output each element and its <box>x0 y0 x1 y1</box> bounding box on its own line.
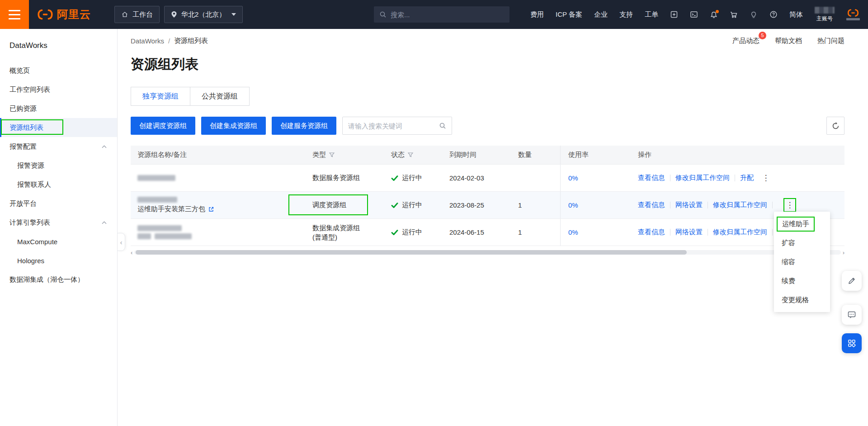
sidebar-item-workspaces[interactable]: 工作空间列表 <box>0 80 117 99</box>
nav-support[interactable]: 支持 <box>619 10 633 19</box>
location-pin-icon <box>171 11 177 18</box>
table-search[interactable] <box>342 117 452 135</box>
sidebar-item-label: 概览页 <box>9 66 30 75</box>
alibaba-cloud-logo[interactable]: 阿里云 <box>37 7 91 22</box>
action-upgrade[interactable]: 升配 <box>740 174 754 182</box>
more-actions-button[interactable]: ⋮ <box>760 171 772 185</box>
refresh-button[interactable] <box>826 117 844 135</box>
region-selector[interactable]: 华北2（北京） <box>164 6 243 23</box>
action-network-settings[interactable]: 网络设置 <box>675 201 703 209</box>
more-actions-button-annotated[interactable]: ⋮ <box>783 198 796 212</box>
usage-link[interactable]: 0% <box>568 201 578 209</box>
breadcrumb-current: 资源组列表 <box>174 37 208 45</box>
sidebar-item-hologres[interactable]: Hologres <box>0 251 117 270</box>
nav-enterprise[interactable]: 企业 <box>594 10 608 19</box>
nav-billing[interactable]: 费用 <box>530 10 544 19</box>
action-network-settings[interactable]: 网络设置 <box>675 228 703 237</box>
sidebar-item-resource-groups[interactable]: 资源组列表 <box>0 118 117 137</box>
action-view-info[interactable]: 查看信息 <box>638 201 665 209</box>
search-icon[interactable] <box>439 122 446 129</box>
usage-link[interactable]: 0% <box>568 174 578 182</box>
scroll-right-arrow[interactable]: › <box>843 250 844 256</box>
horizontal-scrollbar[interactable]: ‹ › <box>131 249 844 256</box>
cart-icon[interactable] <box>730 11 738 18</box>
hamburger-menu-button[interactable] <box>0 0 29 29</box>
alibaba-cloud-mini-logo[interactable] <box>846 9 860 20</box>
col-header-usage: 使用率 <box>568 151 589 159</box>
create-scheduler-group-button[interactable]: 创建调度资源组 <box>131 117 195 135</box>
help-icon[interactable] <box>769 10 778 19</box>
chat-support-button[interactable] <box>842 305 862 325</box>
chat-bubble-icon <box>847 310 856 319</box>
app-icon[interactable] <box>670 10 678 19</box>
redacted-resource-name <box>137 233 151 239</box>
menu-item-label: 扩容 <box>782 239 795 247</box>
scrollbar-track[interactable] <box>134 250 840 255</box>
sidebar-item-maxcompute[interactable]: MaxCompute <box>0 232 117 251</box>
sidebar-group-compute-engines[interactable]: 计算引擎列表 <box>0 213 117 232</box>
global-search[interactable] <box>374 6 509 23</box>
action-view-info[interactable]: 查看信息 <box>638 228 665 237</box>
filter-icon[interactable] <box>329 152 335 157</box>
hamburger-bar <box>9 14 20 15</box>
col-header-expire: 到期时间 <box>449 151 476 159</box>
nav-icp[interactable]: ICP 备案 <box>556 10 582 19</box>
action-change-workspace[interactable]: 修改归属工作空间 <box>675 174 730 182</box>
menu-item-change-spec[interactable]: 变更规格 <box>774 290 830 309</box>
breadcrumb-root[interactable]: DataWorks <box>131 37 164 45</box>
resource-note: 运维助手安装第三方包 <box>137 205 205 213</box>
sidebar-item-purchased[interactable]: 已购资源 <box>0 99 117 118</box>
menu-item-ops-assistant[interactable]: 运维助手 <box>774 214 830 233</box>
menu-item-renew[interactable]: 续费 <box>774 271 830 290</box>
pencil-icon <box>847 276 856 285</box>
menu-item-scale-out[interactable]: 扩容 <box>774 233 830 252</box>
sidebar-item-datalake[interactable]: 数据湖集成（湖仓一体） <box>0 270 117 289</box>
action-change-workspace[interactable]: 修改归属工作空间 <box>713 201 767 209</box>
sidebar-item-alert-resources[interactable]: 报警资源 <box>0 156 117 175</box>
filter-icon[interactable] <box>408 152 413 157</box>
sidebar-item-alert-contacts[interactable]: 报警联系人 <box>0 175 117 194</box>
hot-issues-link[interactable]: 热门问题 <box>817 37 844 45</box>
workbench-button[interactable]: 工作台 <box>114 6 160 23</box>
scrollbar-thumb[interactable] <box>136 250 687 255</box>
create-integration-group-button[interactable]: 创建集成资源组 <box>201 117 266 135</box>
bell-icon[interactable] <box>710 11 718 19</box>
tab-public-resource-groups[interactable]: 公共资源组 <box>190 87 250 106</box>
menu-item-label: 缩容 <box>782 258 795 266</box>
tab-exclusive-resource-groups[interactable]: 独享资源组 <box>131 87 190 106</box>
apps-grid-button[interactable] <box>842 333 862 353</box>
nav-tickets[interactable]: 工单 <box>645 10 658 19</box>
search-icon <box>379 11 387 18</box>
redacted-resource-name <box>137 175 175 181</box>
help-docs-link[interactable]: 帮助文档 <box>775 37 802 45</box>
external-link-icon[interactable] <box>208 206 214 213</box>
sidebar-collapse-handle[interactable]: ‹ <box>118 233 125 251</box>
sidebar: DataWorks 概览页 工作空间列表 已购资源 资源组列表 报警配置 报警资… <box>0 29 118 426</box>
account-menu[interactable]: 主账号 <box>815 7 835 23</box>
menu-item-label: 变更规格 <box>782 296 809 304</box>
redacted-resource-name <box>137 225 182 231</box>
lang-switch[interactable]: 简体 <box>789 10 803 19</box>
create-service-group-button[interactable]: 创建服务资源组 <box>272 117 336 135</box>
product-news-link[interactable]: 产品动态 5 <box>732 37 760 45</box>
table-search-input[interactable] <box>348 122 435 130</box>
hamburger-bar <box>9 18 20 19</box>
menu-item-scale-in[interactable]: 缩容 <box>774 252 830 271</box>
sidebar-item-overview[interactable]: 概览页 <box>0 61 117 80</box>
sidebar-item-label: 数据湖集成（湖仓一体） <box>9 275 84 284</box>
action-change-workspace[interactable]: 修改归属工作空间 <box>713 228 767 237</box>
feedback-pencil-button[interactable] <box>842 271 862 291</box>
global-search-input[interactable] <box>391 11 504 19</box>
sidebar-item-label: 资源组列表 <box>9 123 43 132</box>
sidebar-item-label: 开放平台 <box>9 199 37 208</box>
tab-label: 独享资源组 <box>142 92 179 101</box>
menu-item-label: 运维助手 <box>782 220 809 227</box>
account-label: 主账号 <box>816 15 833 23</box>
usage-link[interactable]: 0% <box>568 228 578 236</box>
action-view-info[interactable]: 查看信息 <box>638 174 665 182</box>
bulb-icon[interactable] <box>750 11 758 19</box>
sidebar-item-open-platform[interactable]: 开放平台 <box>0 194 117 213</box>
scroll-left-arrow[interactable]: ‹ <box>131 250 132 256</box>
sidebar-group-alert-config[interactable]: 报警配置 <box>0 137 117 156</box>
terminal-icon[interactable] <box>690 10 698 19</box>
